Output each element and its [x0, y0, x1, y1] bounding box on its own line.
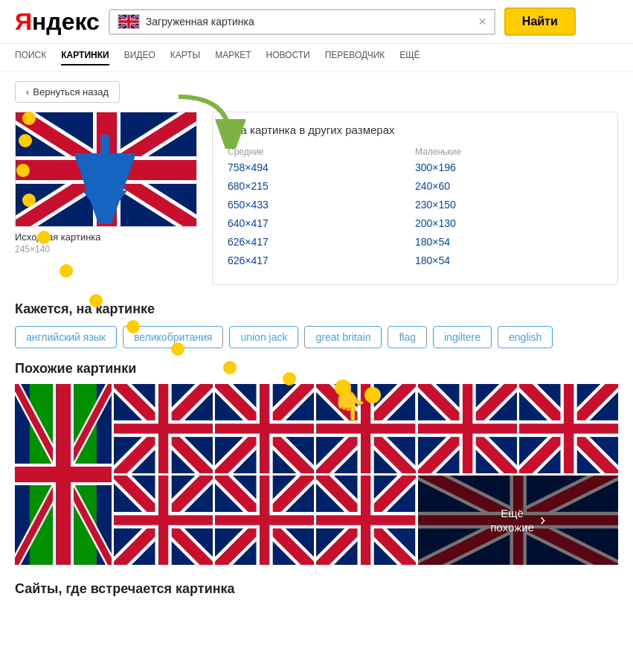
svg-rect-31: [56, 384, 71, 565]
sites-section: Сайты, где встречается картинка: [0, 572, 633, 606]
svg-rect-86: [158, 476, 168, 565]
nav-item-translate[interactable]: ПЕРЕВОДЧИК: [325, 50, 385, 65]
medium-size-1[interactable]: 758×494: [228, 161, 415, 173]
svg-rect-104: [361, 476, 370, 565]
back-arrow-icon: ‹: [26, 86, 29, 97]
similar-image-5[interactable]: [418, 384, 517, 473]
tag-2[interactable]: union jack: [229, 326, 298, 348]
logo: Яндекс: [15, 10, 100, 33]
tags-section: Кажется, на картинке английский язык вел…: [0, 285, 633, 357]
similar-section-title: Похожие картинки: [15, 361, 618, 377]
nav-item-more[interactable]: ЕЩЁ: [399, 50, 420, 65]
tags-section-title: Кажется, на картинке: [15, 301, 618, 317]
search-query-text: Загруженная картинка: [146, 16, 472, 28]
nav-item-images[interactable]: КАРТИНКИ: [61, 50, 109, 65]
sites-section-title: Сайты, где встречается картинка: [15, 581, 618, 597]
sizes-row-6: 626×417 180×54: [228, 255, 603, 266]
blue-arrow-overlay: [75, 135, 135, 227]
similar-image-7[interactable]: [114, 476, 213, 565]
search-bar: Загруженная картинка ×: [109, 9, 495, 35]
svg-marker-20: [83, 191, 127, 220]
similar-image-8[interactable]: [215, 476, 314, 565]
source-image[interactable]: [15, 112, 197, 227]
svg-rect-77: [564, 384, 573, 473]
sizes-row-2: 680×215 240×60: [228, 180, 603, 192]
sizes-row-5: 626×417 180×54: [228, 236, 603, 248]
svg-rect-50: [260, 384, 269, 473]
medium-size-3[interactable]: 650×433: [228, 199, 415, 211]
small-size-5[interactable]: 180×54: [415, 236, 603, 248]
similar-image-more[interactable]: Ещёпохожие ›: [418, 476, 618, 565]
back-button[interactable]: ‹ Вернуться назад: [15, 81, 120, 103]
tag-3[interactable]: great britain: [304, 326, 382, 348]
sizes-row-4: 640×417 200×130: [228, 217, 603, 229]
navigation: ПОИСК КАРТИНКИ ВИДЕО КАРТЫ МАРКЕТ НОВОСТ…: [0, 44, 633, 72]
nav-item-market[interactable]: МАРКЕТ: [215, 50, 251, 65]
back-button-label: Вернуться назад: [33, 86, 109, 97]
search-clear-icon[interactable]: ×: [478, 14, 486, 30]
panel-title: Эта картинка в других размерах: [228, 124, 603, 136]
tag-6[interactable]: english: [498, 326, 553, 348]
tag-1[interactable]: великобритания: [123, 326, 223, 348]
medium-size-6[interactable]: 626×417: [228, 255, 415, 266]
similar-image-1[interactable]: [15, 384, 112, 565]
svg-rect-68: [463, 384, 472, 473]
medium-size-2[interactable]: 680×215: [228, 180, 415, 192]
medium-size-5[interactable]: 626×417: [228, 236, 415, 248]
similar-image-2[interactable]: [114, 384, 213, 473]
small-size-3[interactable]: 230×150: [415, 199, 603, 211]
tags-container: английский язык великобритания union jac…: [15, 326, 618, 348]
other-sizes-panel: Эта картинка в других размерах Средние М…: [212, 112, 618, 285]
sizes-row-1: 758×494 300×196: [228, 161, 603, 173]
similar-image-6[interactable]: [519, 384, 618, 473]
small-size-2[interactable]: 240×60: [415, 180, 603, 192]
small-size-6[interactable]: 180×54: [415, 255, 603, 266]
svg-rect-40: [158, 384, 168, 473]
source-image-section: Исходная картинка 245×140: [15, 112, 197, 255]
nav-item-maps[interactable]: КАРТЫ: [170, 50, 200, 65]
small-size-4[interactable]: 200×130: [415, 217, 603, 229]
sizes-row-3: 650×433 230×150: [228, 199, 603, 211]
svg-rect-8: [127, 15, 130, 28]
pointing-hand-emoji: 👇: [331, 388, 368, 423]
svg-rect-95: [260, 476, 269, 565]
more-arrow-icon: ›: [540, 511, 545, 530]
more-overlay[interactable]: Ещёпохожие ›: [418, 476, 618, 565]
nav-item-search[interactable]: ПОИСК: [15, 50, 46, 65]
similar-image-3[interactable]: [215, 384, 314, 473]
col-header-small: Маленькие: [415, 147, 603, 157]
tag-4[interactable]: flag: [388, 326, 427, 348]
similar-image-9[interactable]: [316, 476, 415, 565]
nav-item-news[interactable]: НОВОСТИ: [266, 50, 310, 65]
medium-size-4[interactable]: 640×417: [228, 217, 415, 229]
search-flag-icon: [118, 14, 140, 29]
source-image-size: 245×140: [15, 244, 197, 255]
similar-grid: 👇: [15, 384, 618, 565]
small-size-1[interactable]: 300×196: [415, 161, 603, 173]
col-header-medium: Средние: [228, 147, 415, 157]
more-label: Ещёпохожие: [490, 506, 534, 535]
source-image-label: Исходная картинка: [15, 231, 197, 243]
nav-item-video[interactable]: ВИДЕО: [124, 50, 155, 65]
similar-image-4[interactable]: 👇: [316, 384, 415, 473]
similar-section: Похожие картинки: [0, 357, 633, 572]
search-button[interactable]: Найти: [504, 7, 576, 36]
tag-5[interactable]: ingiltere: [433, 326, 492, 348]
tag-0[interactable]: английский язык: [15, 326, 117, 348]
